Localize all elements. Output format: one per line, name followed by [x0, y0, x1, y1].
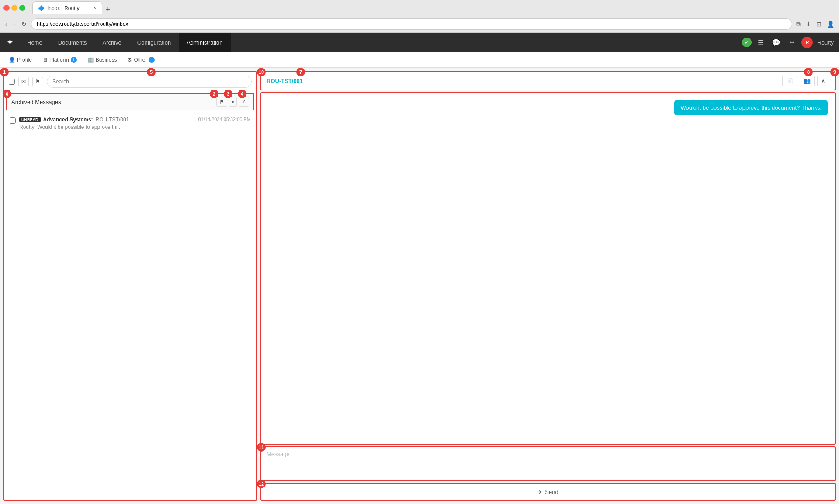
window-minimize-btn[interactable] [11, 5, 17, 11]
address-input[interactable] [31, 18, 792, 30]
search-input[interactable] [47, 76, 252, 88]
app-logo[interactable]: ✦ [0, 33, 19, 52]
app-nav: ✦ Home Documents Archive Configuration A… [0, 33, 839, 52]
message-ref: ROU-TST/001 [96, 117, 129, 123]
select-all-checkbox[interactable] [9, 79, 15, 85]
send-button[interactable]: ✈ Send [537, 489, 558, 495]
split-view-btn[interactable]: ⊡ [815, 19, 823, 29]
list-view-btn[interactable]: ☰ [756, 37, 766, 48]
subnav-profile[interactable]: 👤 Profile [4, 55, 36, 65]
back-btn[interactable]: ‹ [3, 20, 9, 28]
subnav-business[interactable]: 🏢 Business [83, 55, 121, 65]
users-view-btn[interactable]: 👥 [800, 76, 815, 86]
send-label: Send [545, 489, 558, 495]
email-filter-btn[interactable]: ✉ [18, 77, 29, 86]
message-preview: Routty: Would it be possible to approve … [19, 124, 195, 130]
archive-folder-icon: ▪ [232, 99, 234, 105]
collapse-btn[interactable]: ∧ [817, 76, 829, 86]
conversation-header: 10 8 9 7 ROU-TST/001 📄 👥 ∧ [260, 71, 836, 90]
message-checkbox[interactable] [10, 117, 16, 124]
conv-header-actions: 📄 👥 ∧ [782, 76, 829, 86]
annotation-11: 11 [257, 443, 266, 452]
annotation-2: 2 [210, 90, 218, 98]
browser-tab[interactable]: 🔷 Inbox | Routty ✕ [32, 1, 102, 14]
window-close-btn[interactable] [3, 5, 10, 11]
message-toolbar: ✉ ⚑ 5 [4, 72, 256, 91]
message-sender: Advanced Systems: [43, 117, 93, 123]
flag-icon: ⚑ [35, 79, 40, 85]
archive-check-btn[interactable]: ✓ [239, 97, 249, 107]
browser-chrome: 🔷 Inbox | Routty ✕ + ‹ › ↻ ⧉ ⬇ ⊡ 👤 [0, 0, 839, 33]
archived-actions: ⚑ ▪ ✓ [216, 97, 249, 107]
annotation-6: 6 [3, 90, 11, 98]
annotation-9: 9 [830, 68, 839, 76]
unread-badge: UNREAD [19, 117, 41, 122]
browser-toolbar-right: ⧉ ⬇ ⊡ 👤 [795, 19, 836, 29]
status-indicator: ✓ [742, 38, 752, 47]
nav-right: ✓ ☰ 💬 ↔ R Routty [742, 37, 839, 48]
annotation-1: 1 [0, 68, 9, 76]
annotation-4: 4 [238, 90, 246, 98]
conversation-body: Would it be possible to approve this doc… [260, 92, 836, 445]
platform-icon: 🖥 [42, 57, 48, 63]
sub-nav: 👤 Profile 🖥 Platform i 🏢 Business ⚙ Othe… [0, 52, 839, 68]
subnav-platform[interactable]: 🖥 Platform i [38, 55, 81, 65]
user-switch-btn[interactable]: ↔ [787, 37, 797, 48]
archived-messages-title: Archived Messages [11, 99, 61, 105]
archive-folder-btn[interactable]: ▪ [229, 97, 237, 107]
tab-close-btn[interactable]: ✕ [93, 5, 97, 11]
main-content: 1 ✉ ⚑ 5 6 2 3 4 Archived Messages ⚑ [0, 68, 839, 504]
nav-item-home[interactable]: Home [19, 33, 50, 52]
other-info-badge: i [149, 57, 155, 63]
window-maximize-btn[interactable] [19, 5, 25, 11]
new-tab-btn[interactable]: + [103, 5, 113, 14]
subnav-profile-label: Profile [17, 57, 32, 63]
browser-controls [3, 5, 25, 11]
archive-flag-icon: ⚑ [219, 99, 224, 105]
archive-flag-btn[interactable]: ⚑ [216, 97, 227, 107]
message-item[interactable]: UNREAD Advanced Systems: ROU-TST/001 Rou… [4, 112, 256, 135]
nav-item-documents[interactable]: Documents [50, 33, 95, 52]
avatar: R [801, 37, 813, 48]
annotation-12: 12 [257, 480, 266, 488]
message-bubble: Would it be possible to approve this doc… [674, 100, 828, 115]
chat-btn[interactable]: 💬 [770, 37, 782, 48]
forward-btn[interactable]: › [12, 20, 17, 28]
doc-view-btn[interactable]: 📄 [782, 76, 797, 86]
extensions-btn[interactable]: ⧉ [795, 19, 802, 29]
nav-item-administration[interactable]: Administration [179, 33, 230, 52]
annotation-10: 10 [257, 68, 266, 76]
message-list-panel: 1 ✉ ⚑ 5 6 2 3 4 Archived Messages ⚑ [3, 71, 257, 501]
annotation-5: 5 [147, 68, 156, 76]
profile-icon: 👤 [9, 57, 15, 63]
annotation-8: 8 [804, 68, 813, 76]
message-time: 01/14/2024 05:32:00 PM [198, 117, 251, 122]
profile-btn[interactable]: 👤 [825, 19, 836, 29]
download-btn[interactable]: ⬇ [804, 19, 812, 29]
subnav-other-label: Other [134, 57, 147, 63]
annotation-3: 3 [224, 90, 232, 98]
refresh-btn[interactable]: ↻ [20, 20, 28, 28]
nav-item-archive[interactable]: Archive [94, 33, 129, 52]
nav-items: Home Documents Archive Configuration Adm… [19, 33, 742, 52]
send-bar[interactable]: 12 ✈ Send [260, 483, 836, 501]
platform-info-badge: i [71, 57, 77, 63]
nav-item-configuration[interactable]: Configuration [129, 33, 179, 52]
nav-user-label: Routty [817, 39, 834, 46]
business-icon: 🏢 [87, 57, 94, 63]
address-bar: ‹ › ↻ ⧉ ⬇ ⊡ 👤 [0, 16, 839, 32]
flag-filter-btn[interactable]: ⚑ [32, 77, 43, 86]
subnav-business-label: Business [96, 57, 117, 63]
send-icon: ✈ [537, 489, 542, 495]
chevron-up-icon: ∧ [821, 78, 825, 84]
other-icon: ⚙ [127, 57, 132, 63]
conversation-ref[interactable]: ROU-TST/001 [267, 78, 303, 84]
tab-favicon: 🔷 [38, 5, 45, 11]
email-icon: ✉ [21, 79, 26, 85]
message-compose[interactable]: 11 Message [260, 446, 836, 481]
subnav-other[interactable]: ⚙ Other i [123, 55, 159, 65]
document-icon: 📄 [786, 78, 793, 84]
right-panel: 10 8 9 7 ROU-TST/001 📄 👥 ∧ Would it be p… [260, 71, 836, 501]
tab-title: Inbox | Routty [47, 5, 80, 11]
message-body: UNREAD Advanced Systems: ROU-TST/001 Rou… [19, 117, 195, 130]
